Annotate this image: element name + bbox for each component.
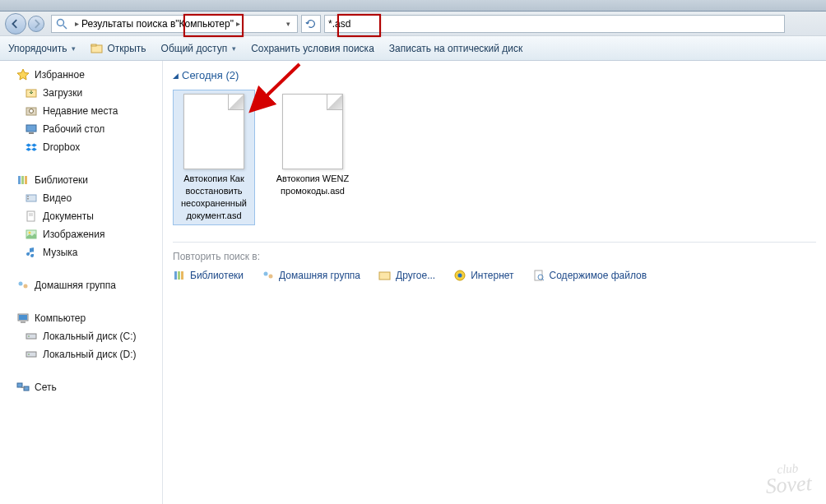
libraries-header[interactable]: Библиотеки [0, 171, 162, 189]
homegroup-icon [262, 269, 275, 282]
network-header[interactable]: Сеть [0, 378, 162, 396]
repeat-search-options: Библиотеки Домашняя группа Другое... Инт… [173, 269, 816, 282]
svg-line-1 [63, 25, 67, 29]
svg-rect-34 [181, 271, 183, 280]
share-button[interactable]: Общий доступ [161, 43, 237, 54]
svg-rect-27 [26, 352, 36, 357]
breadcrumb[interactable]: ▸ Результаты поиска в "Компьютер" ▸ ▾ [51, 15, 298, 33]
network-group: Сеть [0, 378, 162, 396]
save-search-button[interactable]: Сохранить условия поиска [251, 43, 374, 54]
recent-icon [25, 104, 38, 118]
computer-header[interactable]: Компьютер [0, 309, 162, 327]
search-loc-icon [55, 17, 68, 30]
homegroup-icon [16, 279, 30, 292]
file-item[interactable]: Автокопия WENZ промокоды.asd [271, 90, 354, 225]
file-list: Автокопия Как восстановить несохраненный… [173, 90, 816, 225]
video-icon [25, 192, 38, 205]
content-pane: ◢ Сегодня (2) Автокопия Как восстановить… [163, 61, 826, 504]
forward-button[interactable] [28, 16, 44, 32]
watermark: club Sovet [763, 462, 812, 496]
titlebar-stub [0, 0, 826, 12]
group-header-today[interactable]: ◢ Сегодня (2) [173, 69, 816, 81]
filecontents-icon [532, 269, 545, 282]
file-name: Автокопия WENZ промокоды.asd [276, 173, 350, 197]
homegroup-header[interactable]: Домашняя группа [0, 276, 162, 294]
refresh-icon [305, 18, 317, 30]
svg-rect-13 [27, 196, 29, 197]
organize-button[interactable]: Упорядочить [8, 43, 76, 54]
svg-rect-11 [25, 176, 27, 184]
repeat-search-section: Повторить поиск в: Библиотеки Домашняя г… [173, 242, 816, 282]
sidebar-item-dropbox[interactable]: Dropbox [0, 138, 162, 156]
hdd-icon [25, 348, 38, 361]
libraries-group: Библиотеки Видео Документы Изображения М… [0, 171, 162, 261]
document-thumb-icon [282, 94, 343, 169]
navigation-pane: Избранное Загрузки Недавние места Рабочи… [0, 61, 163, 504]
svg-point-20 [19, 282, 23, 286]
forward-arrow-icon [31, 19, 41, 29]
folder-icon [378, 269, 392, 282]
hdd-icon [25, 330, 38, 343]
svg-point-21 [24, 284, 28, 289]
svg-rect-9 [18, 176, 21, 184]
open-button[interactable]: Открыть [90, 42, 146, 55]
sidebar-item-recent[interactable]: Недавние места [0, 102, 162, 120]
sidebar-item-desktop[interactable]: Рабочий стол [0, 120, 162, 138]
sidebar-item-videos[interactable]: Видео [0, 189, 162, 207]
collapse-triangle-icon: ◢ [173, 72, 179, 80]
sidebar-item-music[interactable]: Музыка [0, 243, 162, 261]
svg-point-35 [264, 272, 268, 276]
svg-rect-37 [379, 272, 390, 280]
homegroup-group: Домашняя группа [0, 276, 162, 294]
sidebar-item-pictures[interactable]: Изображения [0, 225, 162, 243]
file-item[interactable]: Автокопия Как восстановить несохраненный… [173, 90, 255, 225]
documents-icon [25, 210, 38, 223]
repeat-option-filecontents[interactable]: Содержимое файлов [532, 269, 647, 282]
svg-point-36 [269, 275, 273, 279]
refresh-button[interactable] [301, 15, 321, 33]
svg-rect-14 [27, 198, 29, 200]
svg-point-19 [29, 232, 31, 234]
svg-rect-24 [21, 321, 26, 323]
svg-rect-10 [21, 176, 24, 184]
repeat-search-label: Повторить поиск в: [173, 251, 816, 262]
computer-icon [16, 312, 30, 325]
svg-rect-7 [26, 125, 36, 132]
search-input[interactable] [328, 18, 781, 30]
burn-button[interactable]: Записать на оптический диск [389, 43, 523, 54]
favorites-group: Избранное Загрузки Недавние места Рабочи… [0, 66, 162, 156]
svg-rect-8 [29, 132, 34, 134]
dropbox-icon [25, 141, 38, 154]
repeat-option-internet[interactable]: Интернет [453, 269, 513, 282]
favorites-header[interactable]: Избранное [0, 66, 162, 84]
pictures-icon [25, 228, 38, 241]
svg-rect-3 [91, 44, 96, 46]
document-thumb-icon [183, 94, 244, 169]
svg-point-28 [28, 354, 30, 355]
sidebar-item-downloads[interactable]: Загрузки [0, 84, 162, 102]
open-icon [90, 42, 104, 55]
back-button[interactable] [5, 13, 26, 35]
main-area: Избранное Загрузки Недавние места Рабочи… [0, 61, 826, 504]
network-icon [16, 381, 30, 394]
breadcrumb-dropdown[interactable]: ▾ [283, 20, 294, 28]
svg-rect-23 [19, 315, 27, 320]
svg-point-26 [28, 335, 30, 337]
desktop-icon [25, 123, 38, 136]
toolbar: Упорядочить Открыть Общий доступ Сохрани… [0, 36, 826, 61]
repeat-option-other[interactable]: Другое... [378, 269, 435, 282]
search-box[interactable] [324, 15, 785, 33]
sidebar-item-documents[interactable]: Документы [0, 207, 162, 225]
svg-point-0 [58, 19, 64, 25]
music-icon [25, 246, 38, 259]
repeat-option-homegroup[interactable]: Домашняя группа [262, 269, 360, 282]
sidebar-item-disk-c[interactable]: Локальный диск (C:) [0, 327, 162, 345]
breadcrumb-location: "Компьютер" [175, 18, 234, 30]
repeat-option-libraries[interactable]: Библиотеки [173, 269, 244, 282]
svg-rect-15 [27, 211, 35, 221]
address-bar: ▸ Результаты поиска в "Компьютер" ▸ ▾ [0, 12, 826, 36]
computer-group: Компьютер Локальный диск (C:) Локальный … [0, 309, 162, 363]
svg-point-6 [30, 109, 34, 113]
back-arrow-icon [11, 19, 21, 29]
sidebar-item-disk-d[interactable]: Локальный диск (D:) [0, 345, 162, 363]
